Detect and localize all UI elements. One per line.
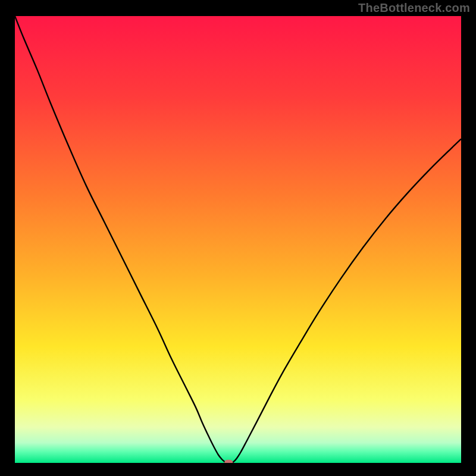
minimum-marker bbox=[224, 460, 233, 466]
plot-background bbox=[15, 16, 461, 463]
plot-svg bbox=[0, 0, 476, 476]
figure: TheBottleneck.com bbox=[0, 0, 476, 476]
